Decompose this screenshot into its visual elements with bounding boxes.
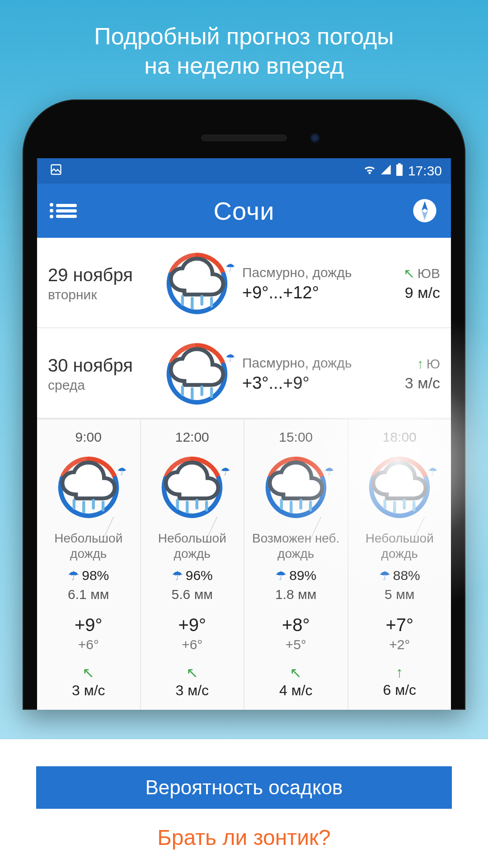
hour-weather-icon: ☂ <box>41 451 136 524</box>
wind-arrow-icon: ↑ <box>352 664 448 681</box>
day-weekday: вторник <box>48 287 152 302</box>
svg-rect-2 <box>398 163 401 165</box>
city-title[interactable]: Сочи <box>77 196 411 226</box>
hour-column[interactable]: 15:00 ☂ Возможен неб. дождь ☂89% 1.8 мм … <box>244 420 348 710</box>
hour-condition: Небольшой дождь <box>352 531 448 561</box>
umbrella-icon: ☂ <box>324 465 334 478</box>
status-bar: 17:30 <box>37 158 451 184</box>
wind-arrow-icon: ↖ <box>145 664 240 681</box>
hour-condition: Небольшой дождь <box>145 531 240 561</box>
hour-temp-low: +6° <box>41 637 136 652</box>
umbrella-icon: ☂ <box>225 261 235 274</box>
hour-temp-high: +7° <box>352 615 448 635</box>
precipitation-bar[interactable]: Вероятность осадков <box>36 766 452 809</box>
phone-camera <box>310 133 320 143</box>
day-condition: Пасмурно, дождь +9°...+12° <box>242 265 377 302</box>
hour-time: 12:00 <box>145 429 240 445</box>
hour-column[interactable]: 18:00 ☂ Небольшой дождь ☂88% 5 мм +7° +2… <box>348 420 451 710</box>
precip-percent: 88% <box>393 568 420 583</box>
day-condition-text: Пасмурно, дождь <box>242 355 377 371</box>
day-date-text: 30 ноября <box>48 355 152 376</box>
hour-temp-low: +6° <box>145 637 240 652</box>
umbrella-icon: ☂ <box>117 465 127 478</box>
hour-temp-low: +5° <box>248 637 344 652</box>
cta-link[interactable]: Брать ли зонтик? <box>157 825 330 850</box>
hour-time: 9:00 <box>41 429 136 445</box>
cta-text: Брать ли зонтик? <box>157 826 330 849</box>
menu-button[interactable] <box>50 197 77 224</box>
day-row[interactable]: 30 ноября среда ☂ Пасмурно, дождь +3°...… <box>37 328 451 419</box>
app-header: Сочи <box>37 184 451 238</box>
umbrella-icon: ☂ <box>172 569 183 583</box>
phone-speaker <box>201 135 287 141</box>
status-time: 17:30 <box>408 163 442 179</box>
hour-condition: Небольшой дождь <box>41 531 136 561</box>
precip-percent: 98% <box>82 568 109 583</box>
hour-precip-mm: 1.8 мм <box>248 587 344 602</box>
day-weather-icon: ☂ <box>156 250 238 317</box>
wind-arrow-icon: ↖ <box>404 266 415 281</box>
compass-icon <box>412 198 437 223</box>
wind-direction: ЮВ <box>418 266 440 281</box>
phone-screen: 17:30 Сочи 29 ноября вторник ☂ <box>37 158 451 710</box>
day-condition: Пасмурно, дождь +3°...+9° <box>242 355 377 393</box>
hour-precip: ☂88% <box>352 568 448 583</box>
day-date: 30 ноября среда <box>48 355 152 393</box>
hour-weather-icon: ☂ <box>352 451 448 524</box>
picture-icon <box>50 163 62 179</box>
hour-wind-speed: 3 м/с <box>41 682 136 699</box>
wind-direction: Ю <box>427 356 440 371</box>
hour-precip: ☂96% <box>145 568 240 583</box>
hour-precip-mm: 6.1 мм <box>41 587 136 602</box>
day-weekday: среда <box>48 377 152 393</box>
day-date: 29 ноября вторник <box>48 265 152 302</box>
umbrella-icon: ☂ <box>275 569 286 583</box>
day-wind: ↖ЮВ 9 м/с <box>381 265 440 302</box>
umbrella-icon: ☂ <box>428 465 438 478</box>
hour-temp-high: +9° <box>145 615 240 635</box>
signal-icon <box>380 164 392 179</box>
menu-icon <box>50 203 53 218</box>
battery-icon <box>395 163 404 179</box>
svg-rect-1 <box>396 164 403 175</box>
hour-temp-low: +2° <box>352 637 448 652</box>
hour-weather-icon: ☂ <box>248 451 344 524</box>
hour-weather-icon: ☂ <box>145 451 240 524</box>
precip-percent: 96% <box>186 568 213 583</box>
day-row[interactable]: 29 ноября вторник ☂ Пасмурно, дождь +9°.… <box>37 238 451 328</box>
umbrella-icon: ☂ <box>225 352 235 364</box>
promo-line1: Подробный прогноз погоды <box>94 23 394 49</box>
precipitation-label: Вероятность осадков <box>145 776 343 798</box>
hour-time: 15:00 <box>248 429 344 445</box>
hour-precip-mm: 5 мм <box>352 587 448 602</box>
day-temp-range: +3°...+9° <box>242 373 377 393</box>
hourly-forecast[interactable]: 9:00 ☂ Небольшой дождь ☂98% 6.1 мм +9° +… <box>37 419 451 710</box>
hour-wind-speed: 4 м/с <box>248 682 344 699</box>
hour-precip-mm: 5.6 мм <box>145 587 240 602</box>
day-condition-text: Пасмурно, дождь <box>242 265 377 280</box>
wind-arrow-icon: ↑ <box>417 356 424 371</box>
wind-speed: 9 м/с <box>381 284 440 302</box>
hour-temp-high: +8° <box>248 615 344 635</box>
bottom-overlay: Вероятность осадков Брать ли зонтик? <box>0 739 488 868</box>
promo-title: Подробный прогноз погоды на неделю впере… <box>0 0 488 80</box>
day-wind: ↑Ю 3 м/с <box>381 356 440 392</box>
phone-frame: 17:30 Сочи 29 ноября вторник ☂ <box>23 99 465 710</box>
hour-time: 18:00 <box>352 429 448 445</box>
phone-top <box>37 118 451 158</box>
hour-precip: ☂89% <box>248 568 344 583</box>
hour-temp-high: +9° <box>41 615 136 635</box>
wind-arrow-icon: ↖ <box>248 664 344 681</box>
wind-arrow-icon: ↖ <box>41 664 136 681</box>
day-temp-range: +9°...+12° <box>242 283 377 302</box>
hour-column[interactable]: 9:00 ☂ Небольшой дождь ☂98% 6.1 мм +9° +… <box>37 420 141 710</box>
hour-condition: Возможен неб. дождь <box>248 531 344 561</box>
hour-wind-speed: 6 м/с <box>352 682 448 698</box>
umbrella-icon: ☂ <box>68 569 79 583</box>
wind-speed: 3 м/с <box>381 374 440 392</box>
hour-column[interactable]: 12:00 ☂ Небольшой дождь ☂96% 5.6 мм +9° … <box>141 420 245 710</box>
compass-button[interactable] <box>411 197 438 224</box>
hour-wind-speed: 3 м/с <box>145 682 240 699</box>
promo-line2: на неделю вперед <box>144 52 344 79</box>
menu-icon-bars <box>56 202 77 220</box>
